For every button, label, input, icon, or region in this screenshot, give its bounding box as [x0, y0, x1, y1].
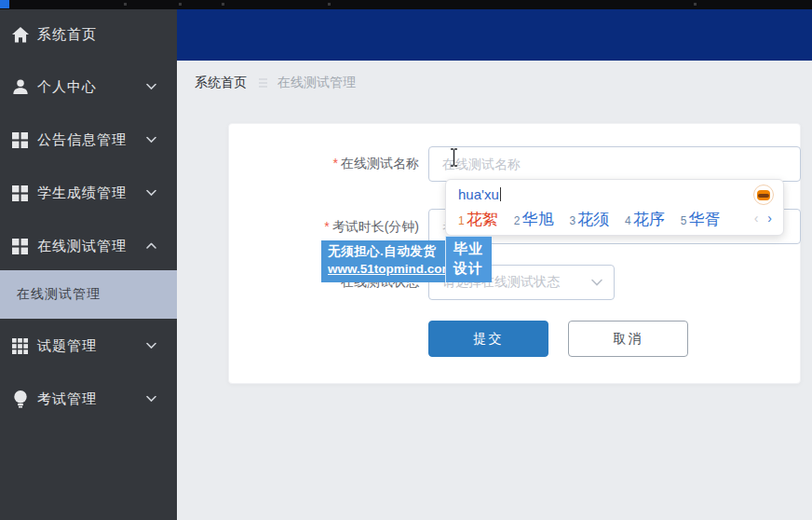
ime-candidate-4[interactable]: 4 花序	[625, 209, 665, 230]
sidebar-item-label: 公告信息管理	[37, 131, 127, 149]
chevron-down-icon	[146, 190, 156, 197]
browser-tab-icon	[0, 0, 9, 8]
sidebar-item-online-test-mgmt[interactable]: 在线测试管理	[0, 228, 177, 264]
ime-composition: hua'xu	[458, 186, 501, 202]
sidebar-item-label: 个人中心	[37, 78, 97, 96]
watermark-line1: 无须担心.自动发货	[328, 243, 440, 260]
breadcrumb-current: 在线测试管理	[277, 75, 356, 91]
required-mark: *	[333, 156, 338, 171]
sidebar-item-home[interactable]: 系统首页	[0, 17, 177, 52]
bulb-icon	[11, 390, 29, 408]
main-content: 系统首页 在线测试管理 *在线测试名称 *考试时长(分钟) *在线测试状态 请选…	[177, 61, 812, 520]
online-test-name-input[interactable]	[428, 146, 801, 182]
watermark-badge: 毕业 设计	[445, 236, 492, 282]
sidebar-subitem-online-test-mgmt-active[interactable]: 在线测试管理	[0, 270, 177, 319]
submit-button[interactable]: 提交	[428, 321, 548, 357]
ime-candidate-1[interactable]: 1 花絮	[458, 209, 498, 230]
ime-candidate-2[interactable]: 2 华旭	[514, 209, 554, 230]
grid-icon	[11, 131, 29, 149]
text-cursor-ibeam	[449, 148, 459, 167]
exam-duration-label: *考试时长(分钟)	[233, 219, 419, 236]
sidebar-item-label: 考试管理	[37, 390, 97, 408]
chevron-down-icon	[591, 279, 602, 286]
sidebar-item-question-mgmt[interactable]: 试题管理	[0, 328, 177, 363]
grid3-icon	[11, 337, 29, 355]
submit-button-label: 提交	[474, 331, 504, 348]
online-test-name-label: *在线测试名称	[233, 156, 419, 172]
ime-caret	[500, 187, 501, 201]
ime-candidate-list: 1 花絮 2 华旭 3 花须 4 花序 5 华胥	[458, 209, 720, 230]
app-screen: 系统首页 个人中心 公告信息管理 学生成绩管理	[0, 0, 812, 520]
titlebar-artifact	[124, 3, 127, 6]
watermark-banner: 无须担心.自动发货 www.51topmind.com	[321, 240, 445, 282]
breadcrumb-home[interactable]: 系统首页	[195, 75, 247, 91]
user-icon	[11, 78, 29, 96]
grid-icon	[11, 185, 29, 202]
sidebar-item-label: 试题管理	[37, 337, 97, 355]
chevron-down-icon	[146, 84, 156, 90]
sidebar-item-profile[interactable]: 个人中心	[0, 69, 177, 104]
sidebar-item-announcements[interactable]: 公告信息管理	[0, 122, 177, 157]
watermark-line2: www.51topmind.com	[328, 262, 440, 276]
watermark-badge-line2: 设计	[453, 258, 492, 278]
sidebar-subitem-label: 在线测试管理	[17, 286, 101, 303]
cancel-button[interactable]: 取消	[568, 321, 688, 357]
chevron-down-icon	[146, 396, 156, 403]
sidebar: 系统首页 个人中心 公告信息管理 学生成绩管理	[0, 9, 177, 520]
chevron-down-icon	[146, 343, 156, 349]
chevron-up-icon	[146, 243, 156, 250]
sogou-ime-icon[interactable]	[753, 185, 774, 205]
required-mark: *	[324, 219, 329, 234]
cancel-button-label: 取消	[614, 331, 643, 348]
sidebar-item-label: 在线测试管理	[37, 238, 127, 255]
top-header-bar	[177, 9, 812, 61]
watermark-badge-line1: 毕业	[453, 239, 492, 258]
window-titlebar	[0, 0, 812, 9]
titlebar-artifact	[328, 3, 331, 6]
titlebar-artifact	[179, 3, 182, 6]
sidebar-item-student-grades[interactable]: 学生成绩管理	[0, 175, 177, 211]
titlebar-artifact	[222, 3, 224, 6]
ime-prev-page-arrow[interactable]: ‹	[754, 211, 759, 226]
home-icon	[11, 26, 29, 44]
grid-icon	[11, 238, 29, 255]
breadcrumb: 系统首页 在线测试管理	[195, 74, 356, 92]
sidebar-item-label: 学生成绩管理	[37, 185, 127, 202]
ime-popup: hua'xu 1 花絮 2 华旭 3 花须 4 花序	[445, 179, 784, 236]
chevron-down-icon	[146, 137, 156, 144]
titlebar-artifact	[694, 3, 697, 6]
ime-candidate-5[interactable]: 5 华胥	[681, 209, 721, 230]
sidebar-item-exam-mgmt[interactable]: 考试管理	[0, 381, 177, 417]
ime-candidate-3[interactable]: 3 花须	[569, 209, 609, 230]
ime-next-page-arrow[interactable]: ›	[767, 211, 772, 226]
sidebar-item-label: 系统首页	[37, 26, 97, 44]
breadcrumb-separator-icon	[259, 78, 267, 88]
